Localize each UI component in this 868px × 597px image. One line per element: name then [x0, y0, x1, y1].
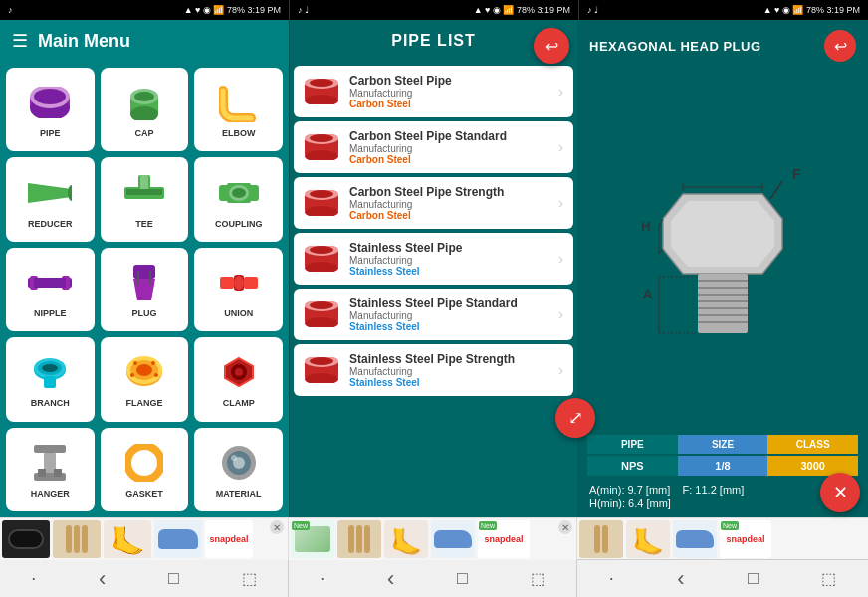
- nav-recent-1[interactable]: ⬚: [242, 569, 257, 588]
- svg-rect-90: [698, 274, 748, 333]
- list-item-sub: Manufacturing: [349, 143, 548, 154]
- list-item-name: Carbon Steel Pipe: [349, 74, 548, 88]
- h-min-label: H(min): 6.4 [mm]: [589, 498, 671, 509]
- list-item-sub: Manufacturing: [349, 255, 548, 266]
- pipe-list-items: Carbon Steel Pipe Manufacturing Carbon S…: [290, 62, 577, 517]
- svg-point-20: [232, 188, 246, 198]
- table-header-pipe: PIPE: [587, 435, 678, 454]
- ss-pipe-std-icon: [304, 297, 339, 332]
- detail-back-button[interactable]: ↩: [824, 30, 856, 62]
- svg-line-83: [770, 181, 782, 199]
- list-item-cat: Stainless Steel: [349, 266, 548, 277]
- list-item-text: Stainless Steel Pipe Strength Manufactur…: [349, 352, 548, 388]
- coupling-icon: [217, 171, 261, 215]
- nav-home-2[interactable]: □: [457, 568, 468, 589]
- hamburger-icon[interactable]: ☰: [12, 30, 28, 52]
- list-item-cat: Stainless Steel: [349, 377, 548, 388]
- menu-item-pipe[interactable]: PIPE: [6, 68, 95, 151]
- hex-plug-svg: F H: [623, 159, 822, 348]
- list-item-name: Stainless Steel Pipe: [349, 241, 548, 255]
- list-item[interactable]: Carbon Steel Pipe Strength Manufacturing…: [294, 177, 573, 229]
- list-item[interactable]: Stainless Steel Pipe Strength Manufactur…: [294, 344, 573, 396]
- menu-item-material[interactable]: MATERIAL: [194, 428, 283, 511]
- ad-close-1[interactable]: ✕: [270, 520, 284, 534]
- share-button[interactable]: ⤢: [555, 398, 595, 438]
- nav-back-2[interactable]: ‹: [387, 566, 394, 592]
- menu-item-union[interactable]: UNION: [194, 248, 283, 331]
- tee-icon: [122, 171, 166, 215]
- nav-bar-2: · ‹ □ ⬚: [289, 560, 577, 597]
- hanger-label: HANGER: [31, 489, 70, 498]
- ad-img: 🦶: [104, 520, 151, 558]
- svg-point-44: [130, 373, 134, 377]
- nav-home-3[interactable]: □: [748, 568, 759, 589]
- menu-item-cap[interactable]: CAP: [101, 68, 189, 151]
- menu-item-tee[interactable]: TEE: [101, 157, 189, 241]
- list-item[interactable]: Stainless Steel Pipe Manufacturing Stain…: [294, 233, 573, 285]
- arrow-icon: ›: [558, 195, 563, 211]
- ss-pipe-str-icon: [304, 352, 339, 388]
- list-item[interactable]: Carbon Steel Pipe Manufacturing Carbon S…: [294, 66, 573, 117]
- menu-item-nipple[interactable]: NIPPLE: [6, 248, 95, 331]
- menu-item-coupling[interactable]: COUPLING: [194, 157, 283, 241]
- ad-bars: 🦶 snapdeal ✕ New: [0, 517, 868, 559]
- svg-point-61: [310, 79, 333, 87]
- pipe-list-back-button[interactable]: ↩: [534, 28, 569, 64]
- svg-rect-52: [54, 469, 62, 477]
- menu-item-elbow[interactable]: ELBOW: [194, 68, 283, 151]
- svg-rect-37: [44, 376, 56, 388]
- nav-back-1[interactable]: ‹: [99, 566, 106, 592]
- menu-item-hanger[interactable]: HANGER: [6, 428, 95, 511]
- carbon-pipe-std-icon: [304, 129, 339, 165]
- list-item-name: Carbon Steel Pipe Standard: [349, 129, 548, 143]
- gasket-label: GASKET: [125, 489, 163, 498]
- svg-point-65: [310, 134, 333, 142]
- detail-action-button[interactable]: ✕: [820, 473, 860, 512]
- reducer-icon: [28, 171, 72, 215]
- elbow-label: ELBOW: [222, 128, 256, 138]
- menu-item-reducer[interactable]: REDUCER: [6, 157, 95, 241]
- detail-value-h: H(min): 6.4 [mm]: [589, 498, 856, 509]
- list-item[interactable]: Carbon Steel Pipe Standard Manufacturing…: [294, 121, 573, 173]
- svg-rect-48: [34, 445, 66, 453]
- status-icon-2: ♪ ♩: [298, 5, 309, 15]
- ad-close-2[interactable]: ✕: [558, 520, 572, 534]
- ad-img: [673, 520, 717, 558]
- menu-item-branch[interactable]: BRANCH: [6, 337, 95, 421]
- nav-recent-2[interactable]: ⬚: [531, 569, 545, 588]
- list-item[interactable]: Stainless Steel Pipe Standard Manufactur…: [294, 289, 573, 340]
- svg-marker-26: [133, 279, 155, 300]
- nav-dot-1[interactable]: ·: [31, 568, 36, 589]
- ad-img: [2, 520, 50, 558]
- ad-panel-1: 🦶 snapdeal ✕: [0, 518, 289, 560]
- detail-table: PIPE SIZE CLASS NPS 1/8 3000: [577, 435, 868, 478]
- plug-label: PLUG: [131, 308, 156, 318]
- status-bar-1: ♪ ▲ ♥ ◉ 📶 78% 3:19 PM: [0, 0, 289, 20]
- table-header: PIPE SIZE CLASS: [587, 435, 858, 454]
- menu-item-gasket[interactable]: GASKET: [101, 428, 189, 511]
- ad-img: 🦶: [626, 520, 670, 558]
- menu-item-clamp[interactable]: CLAMP: [194, 337, 283, 421]
- nav-recent-3[interactable]: ⬚: [821, 569, 836, 588]
- svg-point-47: [235, 368, 243, 376]
- detail-panel: HEXAGONAL HEAD PLUG ↩ F H: [577, 20, 868, 517]
- list-item-text: Carbon Steel Pipe Standard Manufacturing…: [349, 129, 548, 165]
- menu-item-flange[interactable]: FLANGE: [101, 337, 189, 421]
- detail-header: HEXAGONAL HEAD PLUG ↩: [577, 20, 868, 72]
- svg-rect-15: [140, 175, 148, 191]
- ad-img: snapdeal: [205, 520, 253, 558]
- nav-dot-2[interactable]: ·: [320, 568, 325, 589]
- list-item-cat: Carbon Steel: [349, 154, 548, 165]
- detail-value-a: A(min): 9.7 [mm] F: 11.2 [mm]: [589, 484, 856, 496]
- nav-dot-3[interactable]: ·: [609, 568, 614, 589]
- pipe-label: PIPE: [40, 128, 61, 138]
- nav-back-3[interactable]: ‹: [677, 566, 684, 592]
- pipe-list-title: PIPE LIST: [391, 32, 476, 49]
- menu-title: Main Menu: [38, 31, 130, 52]
- nav-home-1[interactable]: □: [168, 568, 179, 589]
- svg-text:A: A: [643, 287, 653, 301]
- svg-point-69: [310, 190, 333, 198]
- ad-img: [53, 520, 101, 558]
- menu-item-plug[interactable]: PLUG: [101, 248, 189, 331]
- svg-rect-51: [38, 469, 46, 477]
